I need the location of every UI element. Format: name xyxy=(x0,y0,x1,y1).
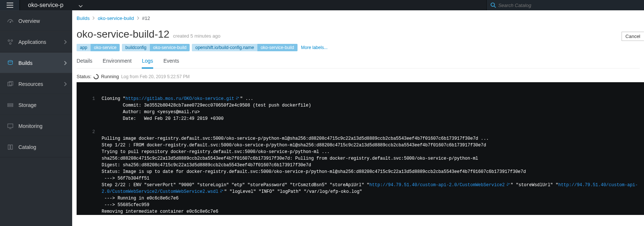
tabs: Details Environment Logs Events xyxy=(77,58,640,69)
sidebar-item-overview[interactable]: Overview xyxy=(0,10,72,31)
breadcrumb: Builds oko-service-build #12 xyxy=(77,15,644,21)
svg-rect-0 xyxy=(7,3,13,3)
log-panel[interactable]: 1Cloning "https://gitlab.mos.ru/OKO/oko-… xyxy=(77,82,644,215)
topbar: oko-service-p xyxy=(0,0,644,10)
log-link[interactable]: https://gitlab.mos.ru/OKO/oko-service.gi… xyxy=(126,96,234,101)
label-value: oko-service-build xyxy=(257,44,298,51)
svg-rect-13 xyxy=(8,104,13,105)
sidebar-item-builds[interactable]: Builds xyxy=(0,52,72,73)
sidebar-item-resources[interactable]: Resources xyxy=(0,73,72,94)
chevron-right-icon xyxy=(64,61,67,66)
label-pair[interactable]: openshift.io/build-config.name oko-servi… xyxy=(192,44,297,51)
dashboard-icon xyxy=(7,18,14,24)
tab-environment[interactable]: Environment xyxy=(103,58,132,68)
chevron-right-icon xyxy=(92,15,95,21)
search-icon xyxy=(490,2,496,8)
svg-point-10 xyxy=(8,60,13,62)
svg-rect-1 xyxy=(7,5,13,6)
external-link-icon xyxy=(220,188,224,195)
chevron-down-icon xyxy=(79,2,82,9)
status-row: Status: Running Log from Feb 20, 2019 5:… xyxy=(77,74,644,79)
log-text: Pulling image docker-registry.default.sv… xyxy=(102,129,641,215)
sidebar-item-applications[interactable]: Applications xyxy=(0,31,72,52)
sidebar: Overview Applications Builds Resources S… xyxy=(0,10,72,226)
svg-rect-2 xyxy=(7,7,13,8)
page-title: oko-service-build-12 xyxy=(77,28,169,40)
builds-icon xyxy=(7,60,14,66)
catalog-icon xyxy=(7,144,14,150)
chevron-right-icon xyxy=(64,82,67,87)
status-label: Status: xyxy=(77,74,91,79)
main: Builds oko-service-build #12 oko-service… xyxy=(72,10,644,226)
label-key: openshift.io/build-config.name xyxy=(192,44,257,51)
project-selector[interactable]: oko-service-p xyxy=(28,0,63,10)
sidebar-item-label: Resources xyxy=(18,81,43,87)
labels-row: app oko-service buildconfig oko-service-… xyxy=(77,44,644,51)
catalog-search[interactable] xyxy=(486,0,644,10)
label-key: buildconfig xyxy=(122,44,149,51)
chevron-right-icon xyxy=(64,40,67,45)
log-line-number: 1 xyxy=(85,95,95,122)
svg-point-8 xyxy=(11,39,13,41)
hamburger-icon xyxy=(7,3,13,8)
tab-details[interactable]: Details xyxy=(77,58,92,68)
sidebar-item-label: Overview xyxy=(18,18,40,24)
sidebar-item-storage[interactable]: Storage xyxy=(0,94,72,115)
label-pair[interactable]: buildconfig oko-service-build xyxy=(122,44,190,51)
menu-toggle-button[interactable] xyxy=(0,0,20,10)
log-link[interactable]: http://94.79.51.40/custom-api-2.0/Custom… xyxy=(369,182,504,188)
status-value: Running xyxy=(101,74,119,79)
sidebar-item-label: Storage xyxy=(18,102,36,108)
tab-events[interactable]: Events xyxy=(163,58,179,68)
svg-rect-14 xyxy=(8,105,13,107)
breadcrumb-builds[interactable]: Builds xyxy=(77,15,89,21)
monitoring-icon xyxy=(7,123,14,129)
spinner-icon xyxy=(94,74,99,79)
label-value: oko-service xyxy=(91,44,120,51)
more-labels-link[interactable]: More labels... xyxy=(301,45,328,50)
sidebar-item-label: Applications xyxy=(18,39,46,45)
svg-line-6 xyxy=(10,21,12,22)
sidebar-item-catalog[interactable]: Catalog xyxy=(0,136,72,157)
label-value: oko-service-build xyxy=(150,44,190,51)
tab-logs[interactable]: Logs xyxy=(142,58,153,69)
svg-rect-15 xyxy=(8,124,13,128)
sidebar-item-label: Catalog xyxy=(18,144,36,150)
sidebar-item-label: Builds xyxy=(18,60,32,66)
breadcrumb-current: #12 xyxy=(142,15,150,21)
label-key: app xyxy=(77,44,91,51)
log-text: Cloning "https://gitlab.mos.ru/OKO/oko-s… xyxy=(102,95,641,122)
resources-icon xyxy=(7,81,14,87)
log-from-text: Log from Feb 20, 2019 5:22:57 PM xyxy=(121,74,190,79)
project-name: oko-service-p xyxy=(28,2,63,8)
svg-point-9 xyxy=(10,42,11,44)
chevron-right-icon xyxy=(137,15,139,21)
svg-point-7 xyxy=(8,39,10,41)
sidebar-item-label: Monitoring xyxy=(18,123,42,129)
search-input[interactable] xyxy=(498,3,644,8)
svg-line-4 xyxy=(494,6,496,7)
log-body: 1Cloning "https://gitlab.mos.ru/OKO/oko-… xyxy=(77,82,644,215)
page-subtitle: created 5 minutes ago xyxy=(173,33,221,39)
storage-icon xyxy=(7,102,14,108)
sidebar-item-monitoring[interactable]: Monitoring xyxy=(0,115,72,136)
label-pair[interactable]: app oko-service xyxy=(77,44,120,51)
cancel-build-button[interactable]: Cancel xyxy=(622,32,644,41)
breadcrumb-buildconfig[interactable]: oko-service-build xyxy=(98,15,134,21)
external-link-icon xyxy=(506,182,510,188)
external-link-icon xyxy=(236,95,239,102)
log-line-number: 2 xyxy=(85,129,95,215)
svg-point-3 xyxy=(491,3,494,6)
applications-icon xyxy=(7,39,14,45)
